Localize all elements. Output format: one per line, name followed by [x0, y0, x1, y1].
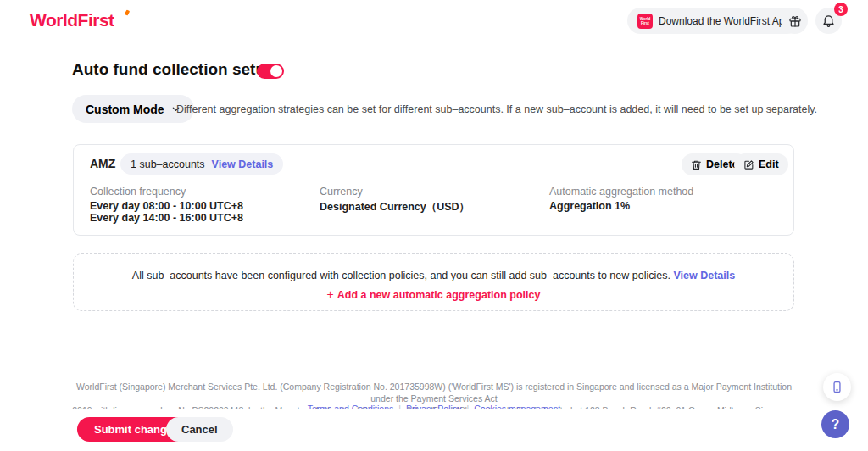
cancel-button[interactable]: Cancel: [166, 417, 233, 442]
plus-icon: +: [327, 287, 334, 301]
edit-button[interactable]: Edit: [734, 153, 788, 175]
add-policy-box: [73, 253, 794, 311]
aggregation-method-label: Automatic aggregation method: [549, 186, 693, 198]
frequency-value-1: Every day 08:00 - 10:00 UTC+8: [90, 200, 243, 212]
edit-icon: [743, 159, 754, 170]
account-name: AMZ: [90, 157, 115, 170]
sub-account-pill: 1 sub–accounts View Details: [120, 153, 283, 175]
frequency-value-2: Every day 14:00 - 16:00 UTC+8: [90, 212, 243, 224]
page: WorldFirst World First Download the Worl…: [0, 0, 868, 451]
download-app-button[interactable]: World First Download the WorldFirst App: [627, 8, 800, 34]
worldfirst-logo: WorldFirst: [30, 10, 114, 31]
add-policy-label: Add a new automatic aggregation policy: [337, 289, 541, 301]
legal-line-1: WorldFirst (Singapore) Merchant Services…: [70, 381, 798, 404]
aggregation-method-value: Aggregation 1%: [549, 200, 630, 212]
mobile-app-widget-button[interactable]: [823, 373, 851, 401]
gift-icon: [788, 14, 802, 28]
rewards-button[interactable]: [782, 8, 808, 34]
notification-count-badge: 3: [834, 3, 848, 16]
frequency-label: Collection frequency: [90, 186, 186, 198]
auto-collection-toggle[interactable]: [257, 64, 284, 79]
add-policy-message-text: All sub–accounts have been configured wi…: [132, 270, 670, 281]
add-policy-message: All sub–accounts have been configured wi…: [73, 270, 794, 281]
sub-account-count: 1 sub–accounts: [131, 159, 205, 170]
mode-description: Different aggregation strategies can be …: [176, 103, 817, 115]
bell-icon: [821, 14, 836, 28]
currency-label: Currency: [320, 186, 363, 198]
worldfirst-app-icon: World First: [637, 14, 653, 29]
delete-label: Delete: [706, 159, 738, 170]
toggle-knob: [270, 65, 282, 77]
mode-selector-label: Custom Mode: [86, 103, 164, 116]
add-policy-view-details-link[interactable]: View Details: [673, 270, 735, 281]
trash-icon: [691, 159, 702, 170]
currency-value: Designated Currency（USD）: [320, 200, 470, 214]
card-view-details-link[interactable]: View Details: [212, 159, 274, 170]
download-app-label: Download the WorldFirst App: [659, 15, 790, 27]
page-title: Auto fund collection setup: [72, 60, 275, 79]
add-policy-link[interactable]: +Add a new automatic aggregation policy: [73, 287, 794, 301]
logo-accent: [125, 9, 130, 15]
phone-icon: [831, 381, 843, 393]
edit-label: Edit: [759, 159, 779, 170]
help-button[interactable]: ?: [821, 410, 849, 438]
